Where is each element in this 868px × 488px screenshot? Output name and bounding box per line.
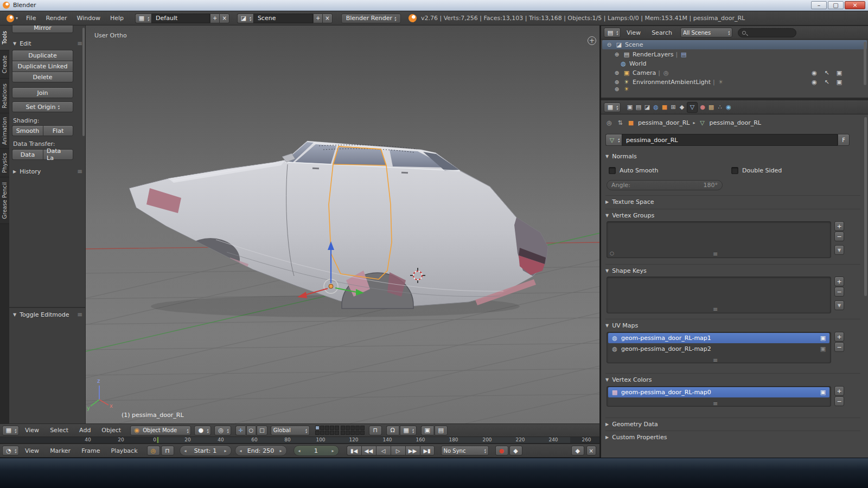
- mesh-browse-button[interactable]: ▽▴▾: [605, 134, 622, 146]
- render-opengl-button[interactable]: ▣: [421, 426, 433, 435]
- menu-object[interactable]: Object: [97, 424, 126, 436]
- current-frame-field[interactable]: ◂ 1 ▸: [293, 445, 339, 456]
- vertex-color-item[interactable]: ▩ geom-pessima_door_RL-map0 ▣: [608, 387, 829, 397]
- render-camera-icon[interactable]: ▣: [835, 69, 843, 77]
- search-input[interactable]: [738, 28, 796, 37]
- menu-select[interactable]: Select: [45, 424, 73, 436]
- tab-render-icon[interactable]: ▣: [626, 104, 634, 111]
- breadcrumb-object[interactable]: pessima_door_RL: [638, 119, 690, 126]
- play-button[interactable]: ▷: [391, 446, 405, 455]
- tab-grease-pencil[interactable]: Grease Pencil: [0, 177, 9, 224]
- datablock-name-field[interactable]: pessima_door_RL: [622, 134, 838, 146]
- car-model[interactable]: [129, 141, 548, 317]
- lock-range-toggle[interactable]: ⊓: [161, 446, 174, 455]
- delete-button[interactable]: Delete: [12, 72, 73, 82]
- toolshelf-scrollbar[interactable]: [82, 28, 85, 136]
- play-reverse-button[interactable]: ◁: [376, 446, 391, 455]
- outliner-item-environmentambientlight[interactable]: ⊕ ☀ EnvironmentAmbientLight | ☀ ◉ ↖ ▣: [601, 78, 868, 87]
- expand-icon[interactable]: ⊕: [613, 87, 621, 91]
- checkbox-icon[interactable]: [609, 167, 616, 174]
- menu-view[interactable]: View: [20, 424, 44, 436]
- layout-add-button[interactable]: +: [210, 14, 219, 23]
- menu-view[interactable]: View: [622, 26, 646, 39]
- vertex-color-add-button[interactable]: +: [834, 386, 844, 396]
- tab-physics-icon[interactable]: ◉: [725, 104, 732, 111]
- scene-browse-button[interactable]: ◪▴▾: [237, 14, 253, 23]
- current-frame-line[interactable]: [157, 437, 158, 444]
- render-engine-select[interactable]: Blender Render▴▾: [341, 14, 401, 23]
- tab-modifiers-icon[interactable]: ◆: [678, 104, 686, 111]
- menu-view[interactable]: View: [20, 444, 44, 457]
- panel-header-shape-keys[interactable]: ▼Shape Keys: [605, 264, 860, 274]
- window-titlebar[interactable]: Blender – ▢ ×: [0, 0, 868, 11]
- expand-icon[interactable]: ⊕: [613, 69, 621, 77]
- editor-type-button[interactable]: ◔▴▾: [2, 446, 19, 455]
- tab-constraints-icon[interactable]: ⊞: [669, 104, 677, 111]
- close-button[interactable]: ×: [845, 1, 865, 9]
- tab-physics[interactable]: Physics: [0, 149, 9, 177]
- cursor-select-icon[interactable]: ↖: [823, 79, 831, 86]
- layers-widget[interactable]: [315, 426, 365, 435]
- scene-add-button[interactable]: +: [313, 14, 322, 23]
- maximize-button[interactable]: ▢: [828, 1, 844, 9]
- uv-map-add-button[interactable]: +: [834, 332, 844, 342]
- mode-select[interactable]: ◉ Object Mode ▴▾: [130, 426, 191, 435]
- outliner-item-partial[interactable]: ⊕ ☀: [601, 87, 868, 91]
- panel-header-custom-properties[interactable]: ▶Custom Properties: [605, 431, 860, 441]
- shape-keys-list[interactable]: ≡: [607, 277, 831, 313]
- manipulator-rotate-toggle[interactable]: ○: [246, 426, 256, 435]
- outliner-item-scene[interactable]: ⊖ ◪ Scene: [602, 40, 867, 49]
- outliner-item-world[interactable]: ◍ World: [601, 59, 868, 68]
- record-button[interactable]: ●: [495, 446, 508, 455]
- vertex-group-remove-button[interactable]: −: [834, 232, 844, 241]
- tab-particles-icon[interactable]: ∴: [716, 104, 724, 111]
- layers-group-2[interactable]: [341, 426, 365, 435]
- panel-grip-icon[interactable]: ≡: [77, 311, 82, 318]
- shape-key-specials-button[interactable]: ▼: [834, 300, 844, 310]
- decrement-icon[interactable]: ◂: [298, 448, 301, 453]
- delete-keyframe-button[interactable]: ×: [586, 446, 596, 455]
- set-origin-button[interactable]: Set Origin▴▾: [12, 101, 73, 112]
- panel-header-vertex-groups[interactable]: ▼Vertex Groups: [605, 209, 860, 219]
- tab-tools[interactable]: Tools: [0, 25, 9, 50]
- shape-key-remove-button[interactable]: −: [834, 287, 844, 297]
- panel-header-normals[interactable]: ▼Normals: [605, 153, 637, 160]
- orientation-select[interactable]: Global ▴▾: [271, 426, 310, 435]
- layout-delete-button[interactable]: ×: [219, 14, 229, 23]
- expand-icon[interactable]: ⊕: [613, 51, 621, 59]
- viewport-canvas[interactable]: [86, 25, 599, 423]
- checkbox-icon[interactable]: [731, 167, 738, 174]
- jump-to-start-button[interactable]: ▮◀: [347, 446, 361, 455]
- menu-search[interactable]: Search: [647, 26, 677, 39]
- preview-range-toggle[interactable]: ◎: [147, 446, 160, 455]
- filter-icon[interactable]: ○: [610, 251, 614, 256]
- resize-grip-icon[interactable]: ≡: [713, 306, 718, 313]
- render-camera-icon[interactable]: ▣: [835, 79, 843, 86]
- render-opengl-anim-button[interactable]: ▤: [435, 426, 448, 435]
- prev-keyframe-button[interactable]: ◀◀: [361, 446, 376, 455]
- shape-key-add-button[interactable]: +: [834, 277, 844, 286]
- manipulator-scale-toggle[interactable]: □: [257, 426, 267, 435]
- join-button[interactable]: Join: [12, 87, 73, 98]
- shade-flat-button[interactable]: Flat: [43, 125, 73, 136]
- vertex-groups-list[interactable]: ○ ≡: [607, 221, 831, 258]
- manipulator-translate-toggle[interactable]: ✛: [235, 426, 245, 435]
- panel-grip-icon[interactable]: ≡: [77, 40, 82, 47]
- start-frame-field[interactable]: ◂ Start:1 ▸: [180, 445, 232, 456]
- tab-material-icon[interactable]: ●: [699, 104, 706, 111]
- panel-header-edit[interactable]: ▼ Edit ≡: [13, 40, 82, 47]
- editor-type-button[interactable]: ▦▴▾: [604, 102, 621, 112]
- uv-map-remove-button[interactable]: −: [834, 342, 844, 352]
- mirror-button[interactable]: Mirror: [12, 25, 73, 33]
- region-expand-button[interactable]: +: [588, 36, 596, 45]
- resize-grip-icon[interactable]: ≡: [713, 251, 718, 258]
- tab-object-data-icon[interactable]: ▽: [687, 102, 698, 113]
- timeline-ruler[interactable]: 40 20 0 20 40 60 80 100 120 140 160 180 …: [0, 437, 599, 444]
- cursor-select-icon[interactable]: ↖: [823, 69, 831, 77]
- menu-frame[interactable]: Frame: [76, 444, 105, 457]
- tab-animation[interactable]: Animation: [0, 113, 9, 149]
- scene-name-field[interactable]: Scene: [253, 14, 313, 23]
- outliner-item-camera[interactable]: ⊕ ▣ Camera | ◎ ◉ ↖ ▣: [601, 68, 868, 78]
- tab-relations[interactable]: Relations: [0, 79, 9, 113]
- sync-mode-select[interactable]: No Sync ▴▾: [441, 446, 489, 455]
